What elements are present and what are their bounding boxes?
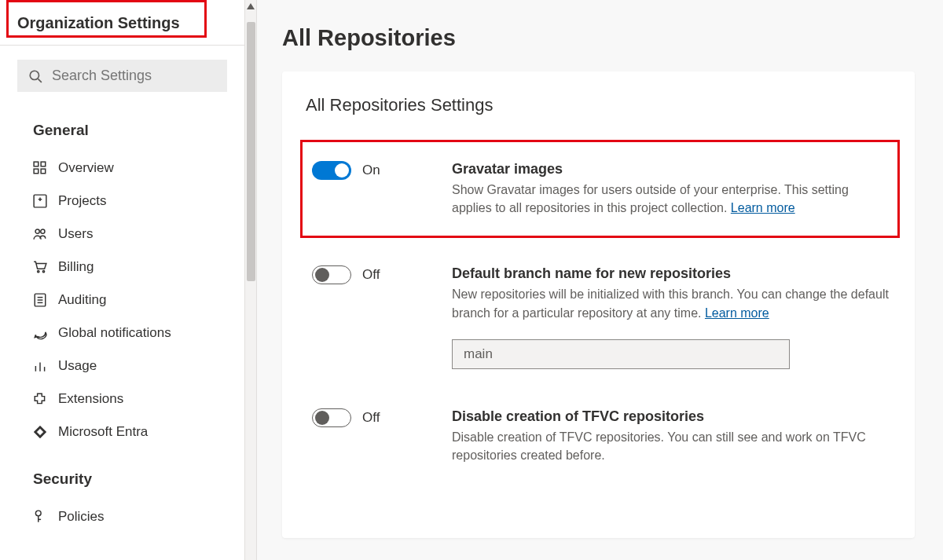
sidebar-item-label: Extensions (58, 391, 123, 407)
scrollbar[interactable] (244, 0, 256, 560)
learn-more-link[interactable]: Learn more (705, 306, 769, 320)
toggle-gravatar[interactable] (312, 161, 351, 180)
list-icon (33, 293, 47, 307)
svg-point-10 (41, 229, 45, 233)
sidebar-item-label: Usage (58, 358, 97, 374)
sidebar-item-label: Users (58, 226, 93, 242)
setting-gravatar: On Gravatar images Show Gravatar images … (301, 141, 899, 237)
sidebar-item-users[interactable]: Users (28, 218, 216, 251)
sidebar-item-label: Microsoft Entra (58, 424, 148, 440)
sidebar-item-projects[interactable]: Projects (28, 185, 216, 218)
nav-list-general: Overview Projects Users Billing Auditing… (0, 144, 244, 448)
main-content: All Repositories All Repositories Settin… (257, 0, 943, 560)
svg-line-1 (38, 79, 42, 82)
svg-point-11 (38, 271, 39, 273)
svg-point-0 (30, 71, 39, 79)
svg-rect-5 (41, 169, 46, 174)
toggle-group: On (306, 161, 431, 180)
sidebar-item-label: Auditing (58, 292, 106, 308)
card-title: All Repositories Settings (306, 95, 891, 115)
svg-rect-4 (34, 169, 39, 174)
puzzle-icon (33, 392, 47, 406)
page-title: All Repositories (282, 25, 915, 51)
key-icon (33, 510, 47, 524)
sidebar-item-billing[interactable]: Billing (28, 251, 216, 284)
setting-description: Show Gravatar images for users outside o… (452, 181, 886, 217)
setting-disable-tfvc: Off Disable creation of TFVC repositorie… (306, 396, 891, 491)
toggle-group: Off (306, 408, 431, 427)
learn-more-link[interactable]: Learn more (731, 201, 795, 214)
sidebar-item-label: Overview (58, 160, 114, 176)
users-icon (33, 227, 47, 241)
toggle-default-branch[interactable] (312, 265, 351, 284)
chart-icon (33, 359, 47, 373)
setting-title: Default branch name for new repositories (452, 265, 891, 282)
sidebar-item-extensions[interactable]: Extensions (28, 382, 216, 415)
sidebar: Organization Settings General Overview P… (0, 0, 257, 560)
nav-section-general: General (0, 100, 244, 144)
nav-section-security: Security (0, 448, 244, 492)
setting-description: Disable creation of TFVC repositories. Y… (452, 428, 891, 464)
sidebar-item-policies[interactable]: Policies (28, 500, 216, 533)
sidebar-item-label: Projects (58, 193, 106, 209)
scrollbar-thumb[interactable] (247, 22, 255, 281)
setting-default-branch: Off Default branch name for new reposito… (306, 253, 891, 395)
default-branch-input[interactable] (452, 339, 790, 369)
sidebar-item-overview[interactable]: Overview (28, 152, 216, 185)
diamond-icon (33, 425, 47, 439)
search-input[interactable] (52, 68, 216, 84)
svg-rect-2 (34, 162, 39, 167)
grid-icon (33, 161, 47, 175)
setting-title: Gravatar images (452, 161, 886, 178)
svg-point-9 (35, 229, 39, 233)
sidebar-item-label: Global notifications (58, 325, 171, 341)
toggle-state-label: Off (362, 410, 380, 426)
setting-description: New repositories will be initialized wit… (452, 285, 891, 321)
toggle-disable-tfvc[interactable] (312, 408, 351, 427)
toggle-state-label: Off (362, 267, 380, 283)
settings-card: All Repositories Settings On Gravatar im… (282, 71, 915, 538)
search-icon (28, 69, 42, 83)
svg-point-20 (35, 511, 41, 516)
search-box[interactable] (17, 60, 227, 92)
plus-box-icon (33, 194, 47, 208)
sidebar-title: Organization Settings (0, 0, 244, 46)
sidebar-item-auditing[interactable]: Auditing (28, 284, 216, 317)
toggle-state-label: On (362, 163, 380, 178)
chat-icon (33, 326, 47, 340)
cart-icon (33, 260, 47, 274)
scroll-up-icon[interactable] (247, 3, 255, 9)
sidebar-item-global-notifications[interactable]: Global notifications (28, 317, 216, 350)
sidebar-item-label: Billing (58, 259, 94, 275)
svg-rect-3 (41, 162, 46, 167)
nav-list-security: Policies (0, 492, 244, 533)
sidebar-item-microsoft-entra[interactable]: Microsoft Entra (28, 415, 216, 448)
sidebar-item-usage[interactable]: Usage (28, 350, 216, 382)
search-wrap (0, 46, 244, 100)
sidebar-item-label: Policies (58, 509, 105, 525)
toggle-group: Off (306, 265, 431, 284)
svg-point-12 (42, 271, 44, 273)
setting-title: Disable creation of TFVC repositories (452, 408, 891, 425)
